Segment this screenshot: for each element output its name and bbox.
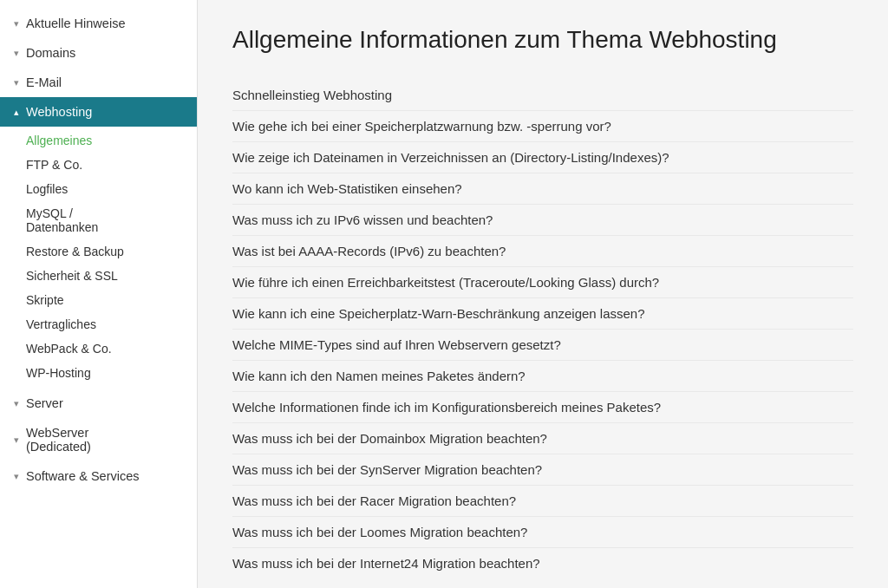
sidebar-item-software-services[interactable]: ▾Software & Services	[0, 461, 197, 491]
article-link-12[interactable]: Was muss ich bei der SynServer Migration…	[232, 462, 542, 477]
list-item: Wie gehe ich bei einer Speicherplatzwarn…	[232, 111, 853, 142]
article-link-10[interactable]: Welche Informationen finde ich im Konfig…	[232, 400, 661, 415]
list-item: Schnelleinstieg Webhosting	[232, 80, 853, 111]
main-content: Allgemeine Informationen zum Thema Webho…	[198, 0, 888, 588]
chevron-icon: ▾	[14, 471, 19, 482]
list-item: Was muss ich bei der Loomes Migration be…	[232, 517, 853, 548]
sidebar-section-email: ▾E-Mail	[0, 68, 197, 97]
sidebar-subitems-webhosting: AllgemeinesFTP & Co.LogfilesMySQL / Date…	[0, 127, 197, 389]
list-item: Wie zeige ich Dateinamen in Verzeichniss…	[232, 142, 853, 173]
list-item: Wo kann ich Web-Statistiken einsehen?	[232, 173, 853, 205]
list-item: Was muss ich bei der Domainbox Migration…	[232, 423, 853, 454]
sidebar-subitem-mysql[interactable]: MySQL / Datenbanken	[0, 201, 197, 239]
sidebar-item-aktuelle-hinweise[interactable]: ▾Aktuelle Hinweise	[0, 9, 197, 38]
list-item: Was muss ich bei der Internet24 Migratio…	[232, 548, 853, 578]
list-item: Was muss ich bei der Racer Migration bea…	[232, 486, 853, 517]
article-link-5[interactable]: Was ist bei AAAA-Records (IPv6) zu beach…	[232, 244, 506, 258]
article-list: Schnelleinstieg WebhostingWie gehe ich b…	[232, 80, 853, 578]
article-link-15[interactable]: Was muss ich bei der Internet24 Migratio…	[232, 556, 540, 571]
chevron-icon: ▾	[14, 398, 19, 409]
sidebar-section-aktuelle-hinweise: ▾Aktuelle Hinweise	[0, 9, 197, 38]
sidebar-subitem-webpack[interactable]: WebPack & Co.	[0, 336, 197, 361]
list-item: Wie kann ich den Namen meines Paketes än…	[232, 361, 853, 392]
sidebar-item-label: Domains	[26, 46, 75, 60]
article-link-7[interactable]: Wie kann ich eine Speicherplatz-Warn-Bes…	[232, 306, 645, 321]
sidebar-item-server[interactable]: ▾Server	[0, 389, 197, 418]
sidebar-section-server: ▾Server	[0, 389, 197, 418]
sidebar-section-domains: ▾Domains	[0, 38, 197, 68]
sidebar-item-email[interactable]: ▾E-Mail	[0, 68, 197, 97]
sidebar-subitem-skripte[interactable]: Skripte	[0, 288, 197, 312]
sidebar-item-label: Server	[26, 396, 63, 410]
list-item: Was muss ich zu IPv6 wissen und beachten…	[232, 205, 853, 236]
sidebar-section-software-services: ▾Software & Services	[0, 461, 197, 491]
sidebar-item-label: WebServer (Dedicated)	[26, 426, 91, 454]
article-link-11[interactable]: Was muss ich bei der Domainbox Migration…	[232, 431, 547, 446]
sidebar-item-webhosting[interactable]: ▴Webhosting	[0, 97, 197, 127]
list-item: Welche MIME-Types sind auf Ihren Webserv…	[232, 330, 853, 361]
article-link-2[interactable]: Wie zeige ich Dateinamen in Verzeichniss…	[232, 150, 669, 165]
list-item: Was ist bei AAAA-Records (IPv6) zu beach…	[232, 236, 853, 267]
chevron-icon: ▾	[14, 434, 19, 446]
article-link-8[interactable]: Welche MIME-Types sind auf Ihren Webserv…	[232, 337, 561, 352]
sidebar-item-webserver[interactable]: ▾WebServer (Dedicated)	[0, 418, 197, 461]
article-link-0[interactable]: Schnelleinstieg Webhosting	[232, 88, 392, 102]
chevron-icon: ▾	[14, 18, 19, 29]
sidebar-item-label: Aktuelle Hinweise	[26, 16, 125, 30]
sidebar-section-webserver: ▾WebServer (Dedicated)	[0, 418, 197, 461]
article-link-13[interactable]: Was muss ich bei der Racer Migration bea…	[232, 493, 516, 508]
article-link-4[interactable]: Was muss ich zu IPv6 wissen und beachten…	[232, 212, 493, 227]
list-item: Wie kann ich eine Speicherplatz-Warn-Bes…	[232, 298, 853, 330]
chevron-icon: ▾	[14, 77, 19, 88]
sidebar-subitem-allgemeines[interactable]: Allgemeines	[0, 128, 197, 153]
sidebar-item-label: Webhosting	[26, 105, 92, 119]
sidebar-subitem-ftp[interactable]: FTP & Co.	[0, 153, 197, 177]
sidebar-item-label: Software & Services	[26, 469, 140, 483]
article-link-9[interactable]: Wie kann ich den Namen meines Paketes än…	[232, 369, 526, 383]
page-title: Allgemeine Informationen zum Thema Webho…	[232, 24, 853, 56]
chevron-icon: ▴	[14, 107, 19, 118]
sidebar-subitem-restore[interactable]: Restore & Backup	[0, 239, 197, 264]
sidebar-item-domains[interactable]: ▾Domains	[0, 38, 197, 68]
list-item: Was muss ich bei der SynServer Migration…	[232, 454, 853, 486]
sidebar: ▾Aktuelle Hinweise▾Domains▾E-Mail▴Webhos…	[0, 0, 198, 588]
sidebar-subitem-vertragliches[interactable]: Vertragliches	[0, 312, 197, 336]
article-link-6[interactable]: Wie führe ich einen Erreichbarkeitstest …	[232, 275, 659, 290]
sidebar-subitem-wp-hosting[interactable]: WP-Hosting	[0, 361, 197, 385]
sidebar-subitem-sicherheit[interactable]: Sicherheit & SSL	[0, 264, 197, 288]
list-item: Wie führe ich einen Erreichbarkeitstest …	[232, 267, 853, 298]
sidebar-item-label: E-Mail	[26, 75, 62, 89]
article-link-14[interactable]: Was muss ich bei der Loomes Migration be…	[232, 525, 527, 539]
article-link-3[interactable]: Wo kann ich Web-Statistiken einsehen?	[232, 181, 462, 196]
chevron-icon: ▾	[14, 48, 19, 59]
sidebar-subitem-logfiles[interactable]: Logfiles	[0, 177, 197, 201]
sidebar-section-webhosting: ▴WebhostingAllgemeinesFTP & Co.LogfilesM…	[0, 97, 197, 389]
article-link-1[interactable]: Wie gehe ich bei einer Speicherplatzwarn…	[232, 119, 611, 134]
list-item: Welche Informationen finde ich im Konfig…	[232, 392, 853, 423]
